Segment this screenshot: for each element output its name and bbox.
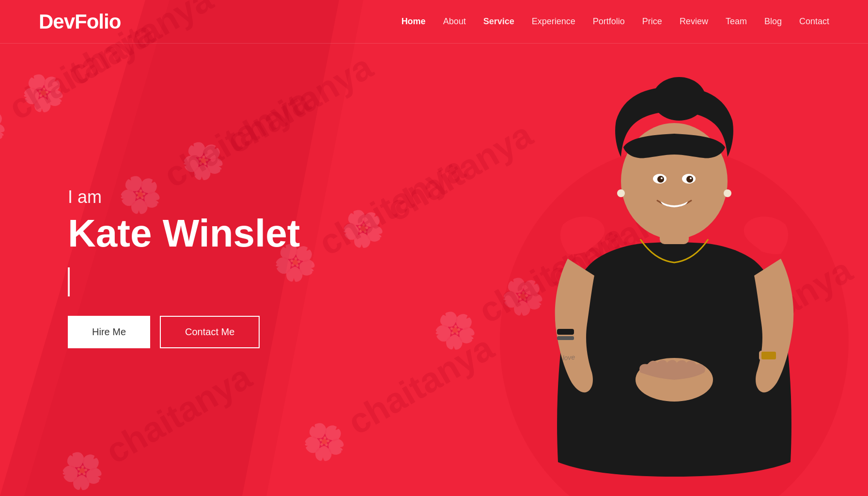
person-svg: love (485, 50, 863, 496)
hero-section: 🌸 chaitanya 🌸 chaitanya 🌸 chaitanya 🌸 ch… (0, 0, 868, 496)
hero-content: I am Kate Winslet Hire Me Contact Me (0, 148, 300, 348)
nav-menu: Home About Service Experience Portfolio … (402, 16, 829, 27)
svg-rect-17 (557, 329, 574, 335)
nav-item-price[interactable]: Price (642, 16, 662, 27)
svg-point-9 (686, 176, 693, 183)
nav-item-about[interactable]: About (443, 16, 466, 27)
nav-item-review[interactable]: Review (680, 16, 708, 27)
navbar: DevFolio Home About Service Experience P… (0, 0, 868, 44)
nav-item-blog[interactable]: Blog (764, 16, 782, 27)
hire-me-button[interactable]: Hire Me (68, 316, 150, 348)
svg-point-13 (724, 189, 731, 197)
logo[interactable]: DevFolio (39, 10, 121, 33)
nav-item-contact[interactable]: Contact (799, 16, 829, 27)
svg-point-8 (657, 176, 664, 183)
hero-divider (68, 267, 70, 296)
svg-point-5 (652, 77, 706, 121)
nav-item-portfolio[interactable]: Portfolio (593, 16, 625, 27)
svg-rect-16 (761, 352, 776, 359)
hero-intro: I am (68, 187, 300, 207)
nav-item-home[interactable]: Home (402, 16, 426, 27)
nav-item-team[interactable]: Team (726, 16, 747, 27)
contact-me-button[interactable]: Contact Me (160, 316, 260, 348)
nav-item-experience[interactable]: Experience (532, 16, 575, 27)
svg-rect-18 (557, 336, 574, 340)
svg-point-10 (661, 177, 663, 179)
hero-name: Kate Winslet (68, 213, 300, 254)
hero-buttons: Hire Me Contact Me (68, 316, 300, 348)
hero-image: love (480, 0, 868, 496)
nav-item-service[interactable]: Service (483, 16, 514, 27)
svg-point-12 (617, 189, 625, 197)
svg-text:love: love (562, 353, 575, 362)
svg-point-11 (690, 177, 692, 179)
